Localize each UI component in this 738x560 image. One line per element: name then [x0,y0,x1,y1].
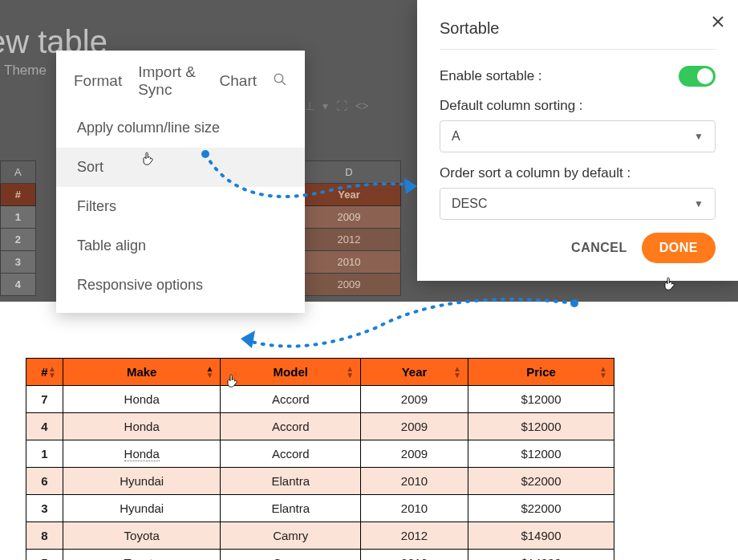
cell[interactable]: 1 [1,206,36,229]
menu-filters[interactable]: Filters [56,187,305,226]
menu-apply-size[interactable]: Apply column/line size [56,108,305,148]
cell[interactable]: 3 [1,251,36,274]
cell-make[interactable]: Honda [63,413,221,440]
done-button[interactable]: DONE [642,233,716,263]
svg-line-1 [282,81,286,85]
cell-make[interactable]: Hyundai [63,495,221,522]
result-panel: # ▲▼ Make ▲▼ Model ▲▼ Year ▲▼ Price ▲▼ [11,342,629,560]
cell[interactable]: 4 [1,274,36,296]
cell[interactable]: 2010 [298,251,401,274]
cell-hash[interactable]: 4 [26,413,63,440]
cell-year[interactable]: 2009 [361,440,468,468]
header-hash: # [1,184,36,206]
cell[interactable]: 2 [1,229,36,251]
cell-price[interactable]: $12000 [468,440,614,468]
cell-model[interactable]: Camry [221,522,361,550]
cell[interactable]: 2009 [298,206,401,229]
order-label: Order sort a column by default : [440,165,716,181]
cell-model[interactable]: Accord [221,413,361,440]
close-button[interactable] [712,14,724,31]
cell-year[interactable]: 2012 [361,522,468,550]
order-select[interactable]: DESC ▼ [440,188,716,220]
cell-make[interactable]: Hyundai [63,468,221,495]
menu-sort[interactable]: Sort [56,148,305,187]
menu-table-align[interactable]: Table align [56,226,305,266]
cell-model[interactable]: Accord [221,386,361,413]
cell-make[interactable]: Honda [63,440,221,468]
cell-model[interactable]: Elantra [221,468,361,495]
fullscreen-icon[interactable]: ⛶ [336,99,347,112]
table-row: 1HondaAccord2009$12000 [26,440,614,468]
cell-make[interactable]: Toyota [63,550,221,561]
cell-make[interactable]: Toyota [63,522,221,550]
cell[interactable]: 2012 [298,229,401,251]
menu-responsive[interactable]: Responsive options [56,266,305,305]
sortable-modal: Sortable Enable sortable : Default colum… [417,0,738,281]
tabs-row: Theme [0,63,52,79]
col-header-year[interactable]: Year ▲▼ [361,359,468,386]
toolbar-icons: ⊥ ▾ ⛶ <> [305,99,368,112]
cell-price[interactable]: $14900 [468,522,614,550]
cell-price[interactable]: $22000 [468,468,614,495]
col-header-price[interactable]: Price ▲▼ [468,359,614,386]
cell-hash[interactable]: 5 [26,550,63,561]
tab-format[interactable]: Format [74,72,122,90]
cell-model[interactable]: Elantra [221,495,361,522]
modal-title: Sortable [440,19,716,38]
cell-year[interactable]: 2010 [361,495,468,522]
tab-import-sync[interactable]: Import & Sync [138,63,203,99]
enable-sortable-toggle[interactable] [679,66,716,87]
col-header-model[interactable]: Model ▲▼ [221,359,361,386]
code-icon[interactable]: <> [355,99,368,112]
table-row: 5ToyotaCamry2012$14900 [26,550,614,561]
sort-icon: ▲▼ [599,366,607,379]
header-year: Year [298,184,401,206]
chevron-down-icon: ▼ [694,131,704,142]
cell-hash[interactable]: 6 [26,468,63,495]
table-row: 4HondaAccord2009$12000 [26,413,614,440]
chevron-down-icon: ▼ [694,198,704,209]
col-letter[interactable]: A [1,161,36,184]
sort-icon: ▲▼ [453,366,461,379]
sort-icon: ▲▼ [48,366,56,379]
cell-hash[interactable]: 8 [26,522,63,550]
default-column-select[interactable]: A ▼ [440,120,716,152]
cell-hash[interactable]: 3 [26,495,63,522]
col-header-hash[interactable]: # ▲▼ [26,359,63,386]
align-bottom-icon[interactable]: ⊥ [305,99,314,112]
enable-sortable-label: Enable sortable : [440,68,542,84]
sort-icon: ▲▼ [206,366,214,379]
result-table: # ▲▼ Make ▲▼ Model ▲▼ Year ▲▼ Price ▲▼ [26,358,614,560]
default-column-label: Default column sorting : [440,98,716,114]
cell-year[interactable]: 2012 [361,550,468,561]
table-row: 7HondaAccord2009$12000 [26,386,614,413]
cell-year[interactable]: 2010 [361,468,468,495]
format-dropdown: Format Import & Sync Chart Apply column/… [56,51,305,313]
cell[interactable]: 2009 [298,274,401,296]
cell-hash[interactable]: 7 [26,386,63,413]
select-value: A [452,129,460,144]
cell-hash[interactable]: 1 [26,440,63,468]
svg-point-0 [274,74,283,83]
tab-chart[interactable]: Chart [220,72,257,90]
cell-make[interactable]: Honda [63,386,221,413]
search-icon[interactable] [273,72,287,91]
cell-model[interactable]: Accord [221,440,361,468]
tab-theme[interactable]: Theme [0,63,52,79]
chevron-down-icon[interactable]: ▾ [322,99,328,112]
table-row: 6HyundaiElantra2010$22000 [26,468,614,495]
cell-price[interactable]: $12000 [468,413,614,440]
cell-price[interactable]: $12000 [468,386,614,413]
cell-price[interactable]: $14900 [468,550,614,561]
cancel-button[interactable]: CANCEL [571,241,627,255]
select-value: DESC [452,197,487,211]
cell-model[interactable]: Camry [221,550,361,561]
cell-year[interactable]: 2009 [361,413,468,440]
col-letter[interactable]: D [298,161,401,184]
table-row: 3HyundaiElantra2010$22000 [26,495,614,522]
sort-icon: ▲▼ [346,366,354,379]
cell-price[interactable]: $22000 [468,495,614,522]
cell-year[interactable]: 2009 [361,386,468,413]
table-row: 8ToyotaCamry2012$14900 [26,522,614,550]
col-header-make[interactable]: Make ▲▼ [63,359,221,386]
